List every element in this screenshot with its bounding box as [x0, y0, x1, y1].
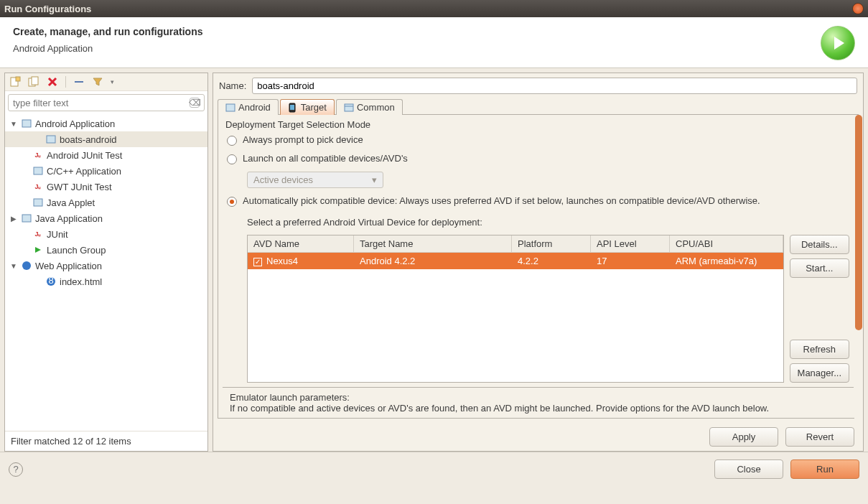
- tree-label: GWT JUnit Test: [47, 182, 112, 192]
- tree-label: Android JUnit Test: [47, 150, 122, 161]
- tree-icon: [21, 260, 32, 271]
- left-toolbar: ▾: [5, 73, 207, 91]
- common-tab-icon: [344, 103, 354, 113]
- tree-label: Java Application: [35, 213, 103, 224]
- tree-icon: [21, 118, 32, 129]
- dialog-header: Create, manage, and run configurations A…: [0, 17, 868, 68]
- left-panel: ▾ ⌫ ▼Android Applicationboats-androidJᵤA…: [4, 73, 208, 452]
- help-icon[interactable]: ?: [9, 462, 23, 477]
- radio-all[interactable]: Launch on all compatible devices/AVD's: [227, 153, 849, 164]
- avd-table-header: AVD Name Target Name Platform API Level …: [248, 235, 783, 253]
- svg-rect-15: [290, 105, 294, 110]
- name-input[interactable]: [252, 78, 857, 94]
- tree-item[interactable]: ▼Android Application: [5, 116, 207, 131]
- filter-box[interactable]: ⌫: [8, 94, 205, 111]
- svg-text:8: 8: [48, 276, 53, 286]
- tree-label: Launch Group: [47, 245, 106, 256]
- window-title: Run Configurations: [4, 4, 852, 14]
- svg-rect-8: [34, 199, 42, 206]
- dropdown-icon[interactable]: ▾: [111, 78, 114, 85]
- filter-input[interactable]: [13, 98, 190, 108]
- chevron-down-icon: ▾: [372, 174, 377, 185]
- tree-item[interactable]: boats-android: [5, 131, 207, 147]
- svg-rect-7: [34, 167, 42, 174]
- tree-icon: Jᵤ: [32, 149, 44, 161]
- tab-bar: Android Target Common: [213, 98, 863, 114]
- tree-icon: [32, 197, 44, 208]
- svg-rect-1: [16, 77, 20, 81]
- tree-label: JUnit: [47, 229, 68, 240]
- tree-icon: [32, 165, 44, 177]
- titlebar[interactable]: Run Configurations: [0, 0, 868, 17]
- active-devices-combo: Active devices▾: [247, 172, 383, 188]
- svg-rect-16: [345, 104, 353, 111]
- svg-rect-4: [75, 81, 83, 83]
- config-tree[interactable]: ▼Android Applicationboats-androidJᵤAndro…: [5, 114, 207, 431]
- tree-label: Android Application: [35, 118, 115, 129]
- tab-common[interactable]: Common: [336, 99, 403, 115]
- emulator-text: If no compatible and active devices or A…: [230, 403, 846, 414]
- svg-rect-13: [226, 104, 235, 111]
- header-title: Create, manage, and run configurations: [13, 26, 203, 37]
- right-scrollbar[interactable]: [854, 115, 863, 447]
- tree-icon: 8: [45, 276, 57, 287]
- details-button[interactable]: Details...: [790, 235, 849, 254]
- tree-label: Java Applet: [47, 197, 95, 208]
- tree-item[interactable]: JᵤJUnit: [5, 226, 207, 242]
- svg-rect-6: [47, 136, 55, 143]
- row-checkbox[interactable]: ✓: [253, 258, 262, 266]
- tree-label: boats-android: [60, 134, 117, 145]
- table-row[interactable]: ✓Nexus4Android 4.2.24.2.217ARM (armeabi-…: [248, 253, 783, 269]
- tree-item[interactable]: Launch Group: [5, 242, 207, 258]
- right-panel: Name: Android Target Common Deployment T…: [213, 73, 864, 452]
- tree-item[interactable]: 8index.html: [5, 274, 207, 289]
- emulator-section: Emulator launch parameters: If no compat…: [223, 387, 854, 418]
- name-label: Name:: [219, 80, 246, 91]
- filter-icon[interactable]: [92, 76, 103, 88]
- tree-item[interactable]: C/C++ Application: [5, 163, 207, 179]
- clear-filter-icon[interactable]: ⌫: [190, 98, 200, 108]
- tab-target[interactable]: Target: [280, 99, 335, 115]
- tree-icon: [45, 134, 57, 145]
- apply-button[interactable]: Apply: [709, 427, 778, 447]
- tree-item[interactable]: JᵤGWT JUnit Test: [5, 179, 207, 195]
- scroll-thumb[interactable]: [855, 115, 862, 330]
- tab-content-target: Deployment Target Selection Mode Always …: [218, 114, 859, 419]
- collapse-icon[interactable]: [73, 76, 85, 88]
- close-button[interactable]: Close: [714, 459, 783, 479]
- run-icon: [821, 26, 855, 60]
- delete-config-icon[interactable]: [47, 76, 58, 88]
- run-button[interactable]: Run: [790, 459, 859, 479]
- avd-sub-label: Select a preferred Android Virtual Devic…: [247, 217, 849, 228]
- svg-rect-5: [22, 120, 31, 127]
- radio-auto[interactable]: Automatically pick compatible device: Al…: [227, 195, 849, 207]
- refresh-button[interactable]: Refresh: [790, 340, 849, 359]
- duplicate-config-icon[interactable]: [28, 76, 39, 88]
- avd-table[interactable]: AVD Name Target Name Platform API Level …: [247, 235, 784, 383]
- tree-icon: Jᵤ: [32, 228, 44, 240]
- tree-item[interactable]: ▶Java Application: [5, 210, 207, 226]
- target-tab-icon: [288, 103, 298, 113]
- close-icon[interactable]: [852, 3, 864, 14]
- start-button[interactable]: Start...: [790, 258, 849, 278]
- tree-item[interactable]: ▼Web Application: [5, 258, 207, 274]
- tree-label: index.html: [60, 276, 102, 287]
- android-tab-icon: [225, 103, 235, 113]
- dialog-footer: ? Close Run: [0, 452, 868, 486]
- tree-label: C/C++ Application: [47, 166, 121, 177]
- filter-status: Filter matched 12 of 12 items: [5, 431, 207, 451]
- svg-point-10: [22, 261, 31, 270]
- svg-rect-9: [22, 215, 31, 222]
- twisty-icon[interactable]: ▶: [9, 215, 18, 223]
- new-config-icon[interactable]: [9, 76, 21, 88]
- tree-item[interactable]: Java Applet: [5, 195, 207, 210]
- radio-prompt[interactable]: Always prompt to pick device: [227, 134, 849, 146]
- revert-button[interactable]: Revert: [785, 427, 854, 447]
- twisty-icon[interactable]: ▼: [9, 120, 18, 128]
- twisty-icon[interactable]: ▼: [9, 262, 18, 270]
- emulator-title: Emulator launch parameters:: [230, 392, 846, 403]
- manager-button[interactable]: Manager...: [790, 363, 849, 383]
- header-subtitle: Android Application: [13, 43, 203, 54]
- tree-item[interactable]: JᵤAndroid JUnit Test: [5, 147, 207, 163]
- tab-android[interactable]: Android: [218, 99, 279, 115]
